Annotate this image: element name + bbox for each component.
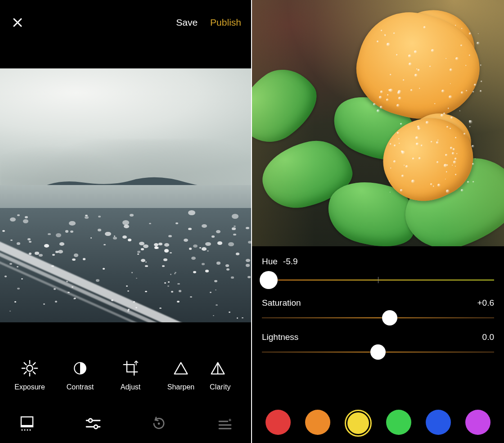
color-controls: Hue -5.9 Saturation +0.6	[252, 257, 504, 366]
tool-contrast[interactable]: Contrast	[55, 359, 105, 391]
svg-line-9	[33, 363, 36, 365]
svg-point-22	[94, 425, 98, 429]
right-pane: Hue -5.9 Saturation +0.6	[252, 0, 504, 443]
swatch-yellow[interactable]	[345, 410, 372, 437]
photo-preview[interactable]	[0, 68, 252, 322]
tool-sharpen[interactable]: Sharpen	[156, 359, 206, 391]
frame-dots-icon	[20, 416, 34, 431]
bottom-tab-filters[interactable]	[16, 412, 38, 435]
swatch-red[interactable]	[266, 410, 291, 435]
svg-point-20	[89, 419, 92, 422]
bottom-tab-presets[interactable]	[214, 412, 236, 435]
close-icon	[12, 17, 23, 28]
slider-value-saturation: +0.6	[477, 298, 494, 308]
svg-point-17	[27, 429, 28, 430]
bottom-tab-reset[interactable]	[148, 412, 170, 435]
tool-label: Contrast	[67, 383, 94, 391]
slider-hue[interactable]	[262, 275, 494, 285]
tool-label: Clarity	[210, 383, 237, 391]
publish-button[interactable]: Publish	[210, 17, 241, 28]
slider-label-saturation: Saturation	[262, 298, 301, 308]
slider-group-hue: Hue -5.9	[262, 257, 494, 285]
svg-point-16	[24, 429, 25, 430]
photo-preview-color[interactable]	[252, 0, 504, 246]
svg-point-18	[29, 429, 31, 430]
tool-label: Sharpen	[167, 383, 195, 391]
triangle-split-icon	[210, 359, 226, 377]
svg-point-2	[27, 365, 32, 371]
swatch-blue[interactable]	[426, 410, 451, 435]
undo-icon	[151, 416, 166, 431]
svg-line-8	[33, 372, 36, 374]
slider-label-lightness: Lightness	[262, 332, 298, 342]
tool-clarity[interactable]: Clarity	[206, 359, 248, 391]
slider-saturation[interactable]	[262, 312, 494, 323]
tool-label: Adjust	[121, 383, 140, 391]
tool-adjust[interactable]: Adjust	[105, 359, 156, 391]
app-root: Save Publish	[0, 0, 504, 443]
slider-label-hue: Hue	[262, 257, 278, 267]
svg-line-7	[24, 363, 27, 365]
svg-rect-14	[21, 425, 33, 427]
bottom-tab-bar	[0, 408, 252, 439]
tool-label: Exposure	[14, 383, 45, 391]
swatch-orange[interactable]	[305, 410, 330, 435]
crop-icon	[122, 359, 139, 377]
bottom-tab-sliders[interactable]	[82, 412, 104, 435]
editor-header: Save Publish	[0, 0, 252, 36]
left-pane: Save Publish	[0, 0, 252, 443]
triangle-icon	[173, 359, 189, 377]
slider-value-lightness: 0.0	[482, 332, 494, 342]
close-button[interactable]	[11, 16, 24, 29]
save-button[interactable]: Save	[176, 17, 198, 28]
lines-star-icon	[218, 417, 232, 430]
swatch-magenta[interactable]	[465, 410, 490, 435]
color-swatch-row	[252, 410, 504, 437]
edit-tools-row[interactable]: Exposure Contrast	[0, 359, 252, 391]
sun-icon	[21, 359, 38, 377]
swatch-green[interactable]	[386, 410, 411, 435]
slider-lightness[interactable]	[262, 347, 494, 357]
tool-exposure[interactable]: Exposure	[4, 359, 55, 391]
sliders-icon	[86, 417, 101, 430]
svg-point-15	[21, 429, 22, 430]
slider-group-saturation: Saturation +0.6	[262, 298, 494, 323]
svg-point-23	[158, 423, 160, 425]
slider-value-hue: -5.9	[283, 257, 298, 267]
svg-line-10	[24, 372, 27, 374]
half-circle-icon	[72, 359, 88, 377]
slider-group-lightness: Lightness 0.0	[262, 332, 494, 357]
